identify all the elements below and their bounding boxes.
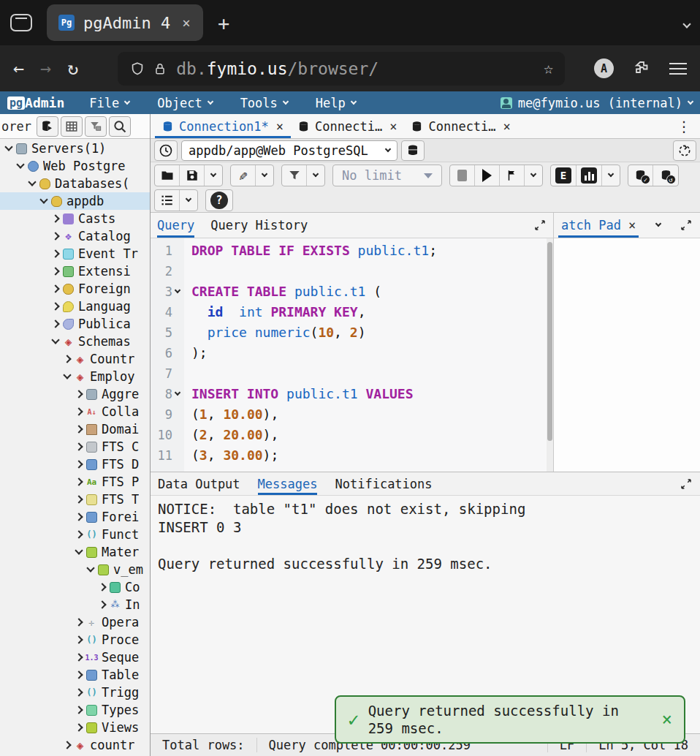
querytool-tab[interactable]: Connecti… xyxy=(291,114,404,138)
view-data-button[interactable] xyxy=(61,116,83,137)
expander-expand-icon[interactable] xyxy=(73,654,85,660)
expander-expand-icon[interactable] xyxy=(50,216,61,222)
tree-item[interactable]: Opera xyxy=(0,613,150,631)
expander-collapse-icon[interactable] xyxy=(50,340,61,343)
tree-item[interactable]: FTS D xyxy=(0,456,150,473)
expander-expand-icon[interactable] xyxy=(73,707,85,713)
tree-item[interactable]: v_em xyxy=(0,561,150,578)
browser-tab[interactable]: Pg pgAdmin 4 xyxy=(47,4,203,41)
close-icon[interactable] xyxy=(276,119,284,134)
chevron-down-icon[interactable] xyxy=(655,221,661,227)
tree-item[interactable]: Domai xyxy=(0,420,150,438)
save-file-button[interactable] xyxy=(180,165,205,186)
expander-collapse-icon[interactable] xyxy=(15,165,26,167)
adblock-badge-icon[interactable]: A xyxy=(594,58,614,78)
shield-icon[interactable] xyxy=(129,60,145,78)
expander-expand-icon[interactable] xyxy=(50,268,61,274)
tree-item[interactable]: appdb xyxy=(0,192,150,210)
expander-expand-icon[interactable] xyxy=(73,532,85,537)
tree-item[interactable]: countr xyxy=(0,736,150,754)
tree-item[interactable]: Countr xyxy=(0,350,150,368)
forward-icon[interactable]: → xyxy=(40,58,51,79)
tree-item[interactable]: Colla xyxy=(0,403,150,420)
tree-item[interactable]: Proce xyxy=(0,631,150,649)
tree-item[interactable]: Web Postgre xyxy=(0,157,150,175)
expander-expand-icon[interactable] xyxy=(73,619,85,625)
menu-help[interactable]: Help xyxy=(316,96,356,110)
tree-item[interactable]: Views xyxy=(0,719,150,736)
tab-messages[interactable]: Messages xyxy=(258,472,318,495)
tree-item[interactable]: Forei xyxy=(0,508,150,526)
expander-expand-icon[interactable] xyxy=(73,391,85,397)
new-connection-button[interactable] xyxy=(401,140,425,161)
maximize-icon[interactable] xyxy=(533,219,547,232)
tree-item[interactable]: Co xyxy=(0,578,150,596)
back-icon[interactable]: ← xyxy=(13,58,24,79)
toast-close-icon[interactable] xyxy=(662,709,672,730)
help-button[interactable] xyxy=(206,190,232,211)
tab-data-output[interactable]: Data Output xyxy=(158,472,240,495)
scrollbar-thumb[interactable] xyxy=(547,242,552,441)
tree-item[interactable]: Types xyxy=(0,701,150,719)
tree-item[interactable]: Table xyxy=(0,666,150,684)
maximize-icon[interactable] xyxy=(680,219,693,232)
expander-expand-icon[interactable] xyxy=(61,356,73,362)
rollback-button[interactable]: ↺ xyxy=(653,165,678,186)
commit-button[interactable]: ✓ xyxy=(628,165,653,186)
expander-collapse-icon[interactable] xyxy=(3,147,15,150)
execute-options-button[interactable] xyxy=(500,165,525,186)
tree-item[interactable]: Aggre xyxy=(0,385,150,403)
open-file-button[interactable] xyxy=(155,165,180,186)
tree-item[interactable]: FTS T xyxy=(0,491,150,508)
tree-item[interactable]: In xyxy=(0,596,150,613)
search-objects-button[interactable] xyxy=(109,116,131,137)
menu-tools[interactable]: Tools xyxy=(240,96,288,110)
sql-editor[interactable]: 1234567891011 DROP TABLE IF EXISTS publi… xyxy=(151,238,553,472)
explain-button[interactable] xyxy=(551,165,577,186)
connection-status-button[interactable] xyxy=(673,140,696,161)
tab-query-history[interactable]: Query History xyxy=(210,213,308,238)
new-tab-button[interactable] xyxy=(218,12,229,34)
scratch-pad-tab[interactable]: atch Pad xyxy=(558,213,639,238)
tab-list-chevron[interactable] xyxy=(684,16,690,30)
tree-item[interactable]: Casts xyxy=(0,210,150,227)
tree-item[interactable]: Servers(1) xyxy=(0,140,150,157)
fold-marker-icon[interactable] xyxy=(172,393,183,395)
expander-expand-icon[interactable] xyxy=(50,286,61,292)
expander-expand-icon[interactable] xyxy=(73,514,85,520)
row-limit-select[interactable]: No limit xyxy=(333,165,441,186)
url-field[interactable]: db.fymio.us/browser/ xyxy=(118,52,565,86)
expander-expand-icon[interactable] xyxy=(73,409,85,415)
filter-options-chevron[interactable] xyxy=(307,165,324,186)
edit-options-chevron[interactable] xyxy=(256,165,273,186)
expander-expand-icon[interactable] xyxy=(73,496,85,502)
query-history-clock-button[interactable] xyxy=(154,140,178,161)
tab-close-icon[interactable] xyxy=(182,15,190,31)
reload-icon[interactable]: ↻ xyxy=(67,58,78,79)
tab-query[interactable]: Query xyxy=(157,213,194,238)
tree-item[interactable]: FTS C xyxy=(0,438,150,456)
filtered-rows-button[interactable] xyxy=(85,116,107,137)
expander-collapse-icon[interactable] xyxy=(61,375,73,378)
maximize-icon[interactable] xyxy=(680,477,693,491)
expander-expand-icon[interactable] xyxy=(50,321,61,327)
tree-item[interactable]: Funct xyxy=(0,526,150,543)
expander-expand-icon[interactable] xyxy=(96,602,108,608)
tree-item[interactable]: Trigg xyxy=(0,684,150,701)
tree-item[interactable]: Employ xyxy=(0,368,150,385)
expander-collapse-icon[interactable] xyxy=(38,200,50,203)
expander-expand-icon[interactable] xyxy=(73,689,85,695)
save-options-chevron[interactable] xyxy=(205,165,222,186)
expander-expand-icon[interactable] xyxy=(73,672,85,678)
menu-object[interactable]: Object xyxy=(157,96,212,110)
tree-item[interactable]: Seque xyxy=(0,649,150,666)
expander-expand-icon[interactable] xyxy=(61,742,73,748)
expander-expand-icon[interactable] xyxy=(73,637,85,643)
expander-expand-icon[interactable] xyxy=(50,303,61,309)
expander-expand-icon[interactable] xyxy=(73,725,85,730)
tree-item[interactable]: Foreign xyxy=(0,280,150,298)
expander-expand-icon[interactable] xyxy=(73,426,85,432)
tab-notifications[interactable]: Notifications xyxy=(335,472,432,495)
edit-button[interactable] xyxy=(231,165,256,186)
close-icon[interactable] xyxy=(503,119,511,134)
